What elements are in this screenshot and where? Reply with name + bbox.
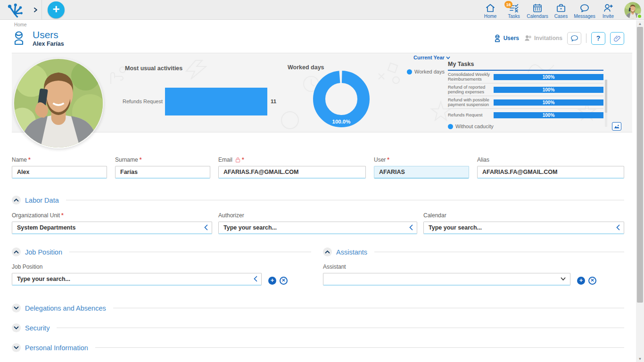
invitations-tab-icon [524,34,532,42]
section-security[interactable]: Security [12,323,624,332]
chevron-down-icon [561,277,566,281]
nav-label-calendars: Calendars [527,14,548,19]
name-input[interactable] [12,166,107,179]
section-security-title: Security [25,324,50,332]
paperclip-icon [613,34,621,42]
nav-label-home: Home [484,14,497,19]
legend-dot [448,124,453,129]
activities-bar[interactable] [165,88,267,115]
add-assistant-button[interactable]: + [577,277,585,285]
comments-button[interactable] [567,32,581,45]
task-progress-bar[interactable]: 100% [494,74,603,80]
required-marker: * [387,156,389,163]
calendar-search-input[interactable] [423,222,624,234]
task-label: Consolidated Weekly Reimbursements [448,72,494,82]
surname-input[interactable] [115,166,210,179]
job-position-label: Job Position [12,263,42,270]
task-progress-bar[interactable]: 100% [494,87,603,93]
nav-item-home[interactable]: Home [479,0,502,19]
remove-job-position-button[interactable]: ✕ [280,277,288,285]
alias-input[interactable] [477,166,624,179]
tab-users[interactable]: Users [494,34,519,42]
app-logo[interactable] [0,0,29,20]
help-button[interactable]: ? [591,32,605,45]
sidebar-expand-chevron-icon[interactable] [29,7,41,13]
attachments-button[interactable] [610,32,624,45]
assistant-column: Assistant + ✕ [323,263,624,286]
nav-item-calendars[interactable]: Calendars [526,0,549,19]
scrollbar-up-arrow[interactable]: ▲ [636,20,644,27]
lock-icon [235,157,240,163]
task-progress-bar[interactable]: 100% [494,112,603,118]
collapse-chip[interactable] [323,247,332,256]
assistant-field-group: Assistant [323,263,570,286]
my-tasks-scrollbar-thumb[interactable] [605,80,607,113]
task-label: Refund of reported pending expenses [448,85,494,95]
task-row: Refunds Request 100% [448,109,603,122]
org-unit-input[interactable] [12,222,212,234]
remove-assistant-button[interactable]: ✕ [588,277,596,285]
org-unit-label: Organizational Unit [12,212,60,219]
nav-label-tasks: Tasks [508,14,520,19]
header-actions: Users Invitations ? [494,32,624,45]
tab-invitations-label: Invitations [534,35,562,41]
section-job-position[interactable]: Job Position [12,247,311,256]
my-tasks-legend-label: Without caducity [455,123,494,129]
task-progress-bar[interactable]: 100% [494,99,603,106]
assistant-select[interactable] [323,273,570,286]
assistant-actions: + ✕ [577,275,596,286]
section-divider-line [95,347,624,348]
add-job-position-button[interactable]: + [268,277,276,285]
authorizer-search-input[interactable] [218,222,417,234]
collapse-chip[interactable] [12,323,21,332]
worked-days-donut-chart[interactable]: 100.0% [311,68,372,130]
doodle-lightning-icon [182,58,215,82]
briefcase-icon [556,3,566,13]
doodle-shapes-icon [375,60,403,86]
legend-dot [407,69,412,74]
nav-item-cases[interactable]: Cases [550,0,572,19]
section-personal-information[interactable]: Personal Information [12,343,624,352]
nav-item-tasks[interactable]: 16 Tasks [503,0,525,19]
email-label: Email [218,156,232,163]
nav-item-invite[interactable]: Invite [597,0,619,19]
job-assistant-fields: Job Position + ✕ Assistant + ✕ [12,263,624,286]
collapse-chip[interactable] [12,304,21,313]
email-input[interactable] [218,166,366,179]
worked-days-legend-label: Worked days [414,69,445,74]
page-scrollbar[interactable]: ▲ ▼ [636,20,644,362]
scrollbar-thumb[interactable] [637,27,643,303]
section-divider-line [374,252,624,252]
add-button[interactable]: + [48,1,65,18]
collapse-chip[interactable] [12,196,21,205]
collapse-chip[interactable] [12,247,21,256]
users-tab-icon [494,34,501,42]
assistant-label: Assistant [323,263,346,270]
profile-photo[interactable] [13,58,104,148]
task-row: Refund with possible payment suspension … [448,96,603,109]
chevron-down-icon [446,56,450,59]
nav-item-messages[interactable]: Messages [573,0,596,19]
user-avatar[interactable] [624,2,641,19]
change-banner-image-button[interactable] [612,122,621,131]
breadcrumb[interactable]: Home [14,22,27,27]
section-labor-data[interactable]: Labor Data [12,196,624,205]
collapse-chip[interactable] [12,343,21,352]
task-progress-value: 100% [543,74,555,80]
chevron-up-icon [14,250,19,254]
calendar-field-group: Calendar [423,212,624,234]
message-bubble-icon [579,3,590,13]
period-selector[interactable]: Current Year [413,55,450,60]
section-assistants[interactable]: Assistants [323,247,624,256]
scrollbar-down-arrow[interactable]: ▼ [636,355,644,362]
section-delegations-absences[interactable]: Delegations and Absences [12,304,624,313]
my-tasks-scrollbar[interactable] [605,80,607,127]
task-label: Refund with possible payment suspension [448,98,494,107]
user-input[interactable] [374,166,469,179]
nav-label-cases: Cases [554,14,568,19]
my-tasks-legend: Without caducity [448,123,494,129]
tab-invitations[interactable]: Invitations [524,34,562,42]
job-position-search-input[interactable] [12,273,262,286]
header-divider [586,33,586,43]
calendar-label: Calendar [423,212,446,219]
